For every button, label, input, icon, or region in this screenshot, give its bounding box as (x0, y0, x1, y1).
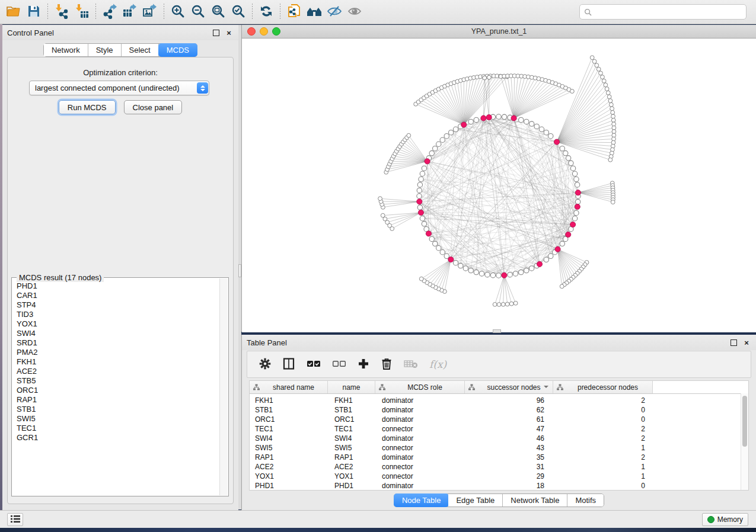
mcds-result-item[interactable]: TEC1 (12, 424, 220, 433)
close-panel-button-2[interactable]: Close panel (124, 100, 183, 114)
mcds-result-item[interactable]: RAP1 (12, 395, 220, 405)
table-tab[interactable]: Network Table (503, 494, 567, 507)
export-image-button[interactable] (140, 2, 160, 21)
show-columns-button[interactable] (282, 355, 295, 373)
table-row[interactable]: ACE2ACE2connector311 (250, 463, 741, 472)
table-settings-button[interactable] (259, 355, 271, 373)
float-panel-button[interactable] (211, 28, 221, 37)
plus-icon (358, 358, 369, 371)
save-button[interactable] (24, 2, 44, 21)
show-details-button[interactable] (344, 2, 365, 21)
add-column-button[interactable] (358, 355, 369, 373)
zoom-in-button[interactable] (168, 2, 188, 21)
refresh-button[interactable] (256, 2, 276, 21)
table-row[interactable]: STB1STB1dominator620 (250, 406, 741, 415)
float-icon (731, 339, 737, 346)
column-header[interactable]: predecessor nodes (553, 381, 653, 393)
mcds-result-list[interactable]: PHD1CAR1STP4TID3YOX1SWI4SRD1PMA2FKH1ACE2… (12, 281, 220, 496)
mcds-tab-content: Optimization criterion: largest connecte… (7, 57, 234, 504)
clone-network-button[interactable] (284, 2, 304, 21)
table-row[interactable]: ORC1ORC1dominator610 (250, 415, 741, 425)
network-window: YPA_prune.txt_1 (241, 25, 756, 332)
import-network-button[interactable] (52, 2, 72, 21)
mcds-result-item[interactable]: SRD1 (12, 338, 220, 348)
close-panel-button[interactable]: × (224, 28, 234, 37)
select-all-icon (307, 360, 321, 370)
table-scrollbar[interactable] (741, 393, 748, 490)
mcds-result-item[interactable]: ACE2 (12, 367, 220, 376)
mcds-list-scrollbar[interactable] (219, 278, 228, 495)
optimization-criterion-dropdown[interactable]: largest connected component (undirected) (29, 81, 209, 95)
mcds-result-item[interactable]: STB1 (12, 405, 220, 414)
task-history-button[interactable] (7, 513, 23, 526)
table-row[interactable]: RAP1RAP1dominator352 (250, 453, 741, 463)
table-row[interactable]: PHD1PHD1dominator180 (250, 482, 741, 490)
close-table-panel-button[interactable]: × (742, 338, 751, 347)
import-table-button[interactable] (72, 2, 92, 21)
float-icon (213, 30, 219, 36)
export-network-button[interactable] (100, 2, 120, 21)
mcds-result-item[interactable]: SWI4 (12, 329, 220, 338)
hide-details-button[interactable] (324, 2, 344, 21)
eye-icon (346, 4, 363, 20)
select-all-button[interactable] (307, 355, 321, 373)
binoculars-button[interactable] (304, 2, 324, 21)
column-header[interactable]: shared name (250, 381, 328, 393)
export-table-button[interactable] (120, 2, 140, 21)
zoom-fit-button[interactable] (208, 2, 228, 21)
refresh-icon (259, 4, 274, 21)
delete-table-icon (404, 359, 418, 370)
control-panel-tab[interactable]: Network (44, 44, 88, 56)
deselect-all-button[interactable] (332, 355, 346, 373)
zoom-out-button[interactable] (188, 2, 208, 21)
mcds-result-item[interactable]: CAR1 (12, 291, 220, 300)
zoom-selected-button[interactable] (228, 2, 248, 21)
tab-group: NetworkStyleSelectMCDS (43, 43, 197, 57)
mcds-result-item[interactable]: STP4 (12, 300, 220, 310)
column-header[interactable]: successor nodes (465, 381, 553, 393)
delete-table-button[interactable] (404, 355, 418, 373)
export-image-icon (142, 4, 158, 21)
delete-column-button[interactable] (381, 355, 393, 373)
function-builder-button[interactable]: f(x) (429, 355, 446, 373)
memory-button[interactable]: Memory (702, 513, 748, 526)
table-tab[interactable]: Edge Table (448, 494, 503, 507)
table-row[interactable]: FKH1FKH1dominator962 (250, 396, 741, 406)
table-panel-titlebar: Table Panel × (242, 335, 756, 350)
mcds-result-item[interactable]: TID3 (12, 310, 220, 319)
control-panel-tab[interactable]: Style (88, 44, 122, 56)
column-header[interactable]: MCDS role (375, 381, 465, 393)
control-panel-titlebar: Control Panel × (2, 25, 238, 40)
run-mcds-button[interactable]: Run MCDS (59, 100, 116, 114)
search-box (579, 4, 747, 20)
column-header[interactable]: name (328, 381, 375, 393)
mcds-result-item[interactable]: YOX1 (12, 319, 220, 329)
float-table-panel-button[interactable] (729, 338, 738, 347)
search-input[interactable] (594, 6, 746, 18)
table-tab[interactable]: Node Table (394, 493, 449, 507)
table-tab[interactable]: Motifs (567, 494, 604, 507)
toolbar-separator (164, 4, 164, 20)
toolbar-separator (280, 4, 280, 20)
table-row[interactable]: SWI5SWI5connector431 (250, 444, 741, 453)
table-scrollbar-thumb[interactable] (742, 396, 747, 447)
mcds-result-item[interactable]: SWI5 (12, 414, 220, 424)
optimization-criterion-label: Optimization criterion: (8, 68, 233, 77)
table-row[interactable]: YOX1YOX1connector291 (250, 472, 741, 482)
sort-desc-icon (544, 386, 548, 388)
control-panel-tab[interactable]: MCDS (158, 43, 197, 57)
network-window-titlebar[interactable]: YPA_prune.txt_1 (242, 25, 756, 39)
mcds-result-item[interactable]: PHD1 (12, 281, 220, 291)
open-folder-button[interactable] (4, 2, 24, 21)
table-row[interactable]: SWI4SWI4dominator462 (250, 434, 741, 444)
mcds-result-item[interactable]: PMA2 (12, 348, 220, 357)
mcds-result-item[interactable]: STB5 (12, 376, 220, 386)
mcds-result-item[interactable]: GCR1 (12, 433, 220, 443)
control-panel-tab[interactable]: Select (122, 44, 159, 56)
table-row[interactable]: TEC1TEC1connector472 (250, 425, 741, 434)
network-canvas[interactable] (242, 39, 756, 332)
mcds-result-item[interactable]: ORC1 (12, 386, 220, 395)
columns-icon (282, 357, 295, 372)
mcds-result-item[interactable]: FKH1 (12, 357, 220, 367)
horizontal-splitter-handle[interactable] (493, 329, 501, 333)
